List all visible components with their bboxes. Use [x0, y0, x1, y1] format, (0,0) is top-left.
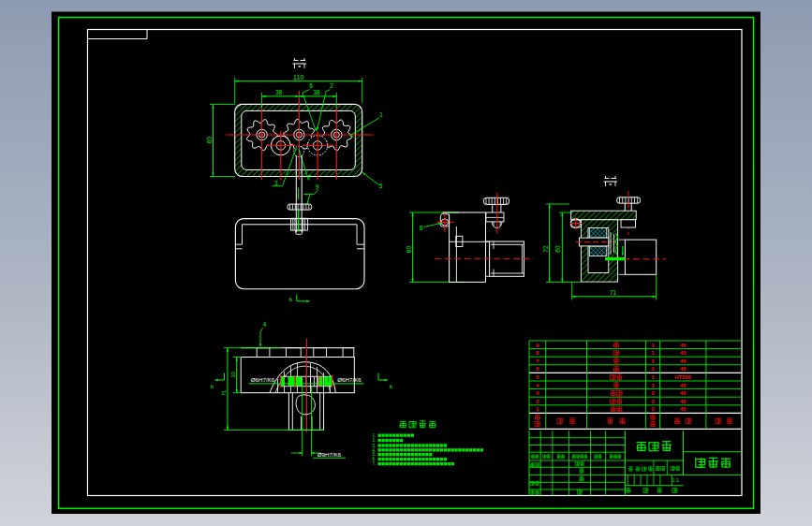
svg-text:1:1: 1:1 [672, 477, 680, 483]
svg-text:6: 6 [309, 82, 313, 89]
svg-text:1.: 1. [373, 433, 376, 438]
svg-text:45: 45 [680, 383, 687, 388]
svg-text:3: 3 [274, 180, 278, 186]
svg-text:7: 7 [536, 358, 539, 364]
svg-text:60: 60 [554, 245, 561, 253]
svg-text:Ø6H7/K6: Ø6H7/K6 [251, 376, 275, 383]
svg-text:4: 4 [263, 321, 267, 328]
svg-text:45: 45 [680, 350, 687, 356]
svg-text:72: 72 [542, 245, 549, 253]
svg-text:45: 45 [680, 343, 687, 348]
svg-text:60: 60 [206, 137, 213, 144]
svg-text:7.: 7. [373, 461, 376, 466]
svg-text:Ø6H7/K6: Ø6H7/K6 [337, 376, 362, 383]
svg-text:45: 45 [680, 406, 687, 412]
svg-text:30: 30 [230, 372, 236, 378]
svg-text:45: 45 [680, 366, 687, 372]
svg-text:71: 71 [221, 389, 227, 396]
svg-text:2: 2 [651, 390, 654, 396]
svg-text:2: 2 [330, 82, 333, 89]
svg-text:110: 110 [293, 74, 303, 80]
svg-text:38: 38 [275, 89, 283, 95]
svg-text:1: 1 [379, 111, 383, 118]
svg-text:5: 5 [379, 183, 383, 189]
svg-text:38: 38 [313, 89, 320, 95]
svg-text:2: 2 [651, 406, 654, 412]
svg-text:8: 8 [420, 225, 423, 231]
svg-text:2: 2 [536, 399, 539, 404]
svg-text:9: 9 [316, 183, 319, 190]
svg-text:2.: 2. [373, 438, 376, 443]
svg-text:45: 45 [680, 399, 687, 404]
svg-text:60: 60 [406, 246, 412, 254]
svg-text:Ø9H7/K6: Ø9H7/K6 [317, 451, 342, 458]
svg-text:2: 2 [651, 399, 654, 404]
svg-text:71: 71 [610, 289, 617, 296]
svg-text:45: 45 [680, 358, 687, 364]
svg-text:45: 45 [680, 390, 687, 396]
svg-text:HT200: HT200 [674, 374, 690, 380]
